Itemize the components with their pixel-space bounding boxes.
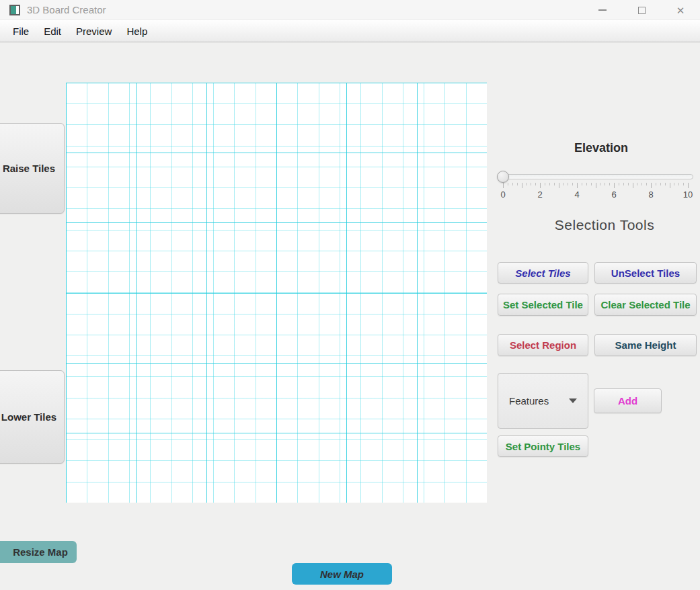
select-region-button[interactable]: Select Region — [498, 334, 588, 356]
menu-bar: File Edit Preview Help — [0, 20, 700, 42]
clear-selected-tile-label: Clear Selected Tile — [600, 299, 690, 310]
unselect-tiles-label: UnSelect Tiles — [611, 267, 680, 279]
menu-edit[interactable]: Edit — [36, 20, 69, 42]
selection-tools-heading: Selection Tools — [500, 217, 700, 233]
elevation-heading: Elevation — [500, 141, 700, 155]
menu-preview[interactable]: Preview — [69, 20, 119, 42]
app-window: 3D Board Creator ✕ File Edit Preview Hel… — [0, 0, 700, 590]
set-pointy-tiles-button[interactable]: Set Pointy Tiles — [498, 435, 588, 457]
slider-major-ticks — [503, 183, 689, 188]
raise-tiles-label: Raise Tiles — [3, 163, 55, 174]
tick-label-10: 10 — [683, 189, 693, 200]
chevron-down-icon — [569, 398, 577, 403]
add-button[interactable]: Add — [594, 388, 662, 413]
tick-label-8: 8 — [648, 189, 653, 200]
elevation-slider[interactable]: 0 2 4 6 8 10 — [498, 170, 693, 201]
clear-selected-tile-button[interactable]: Clear Selected Tile — [594, 294, 697, 316]
same-height-button[interactable]: Same Height — [594, 334, 697, 356]
close-icon: ✕ — [676, 5, 685, 15]
minimize-button[interactable] — [583, 0, 622, 20]
features-dropdown[interactable]: Features — [498, 373, 588, 429]
title-bar: 3D Board Creator ✕ — [0, 0, 700, 20]
tick-label-0: 0 — [500, 189, 505, 200]
slider-track[interactable] — [498, 174, 693, 179]
resize-map-button[interactable]: Resize Map — [0, 541, 77, 563]
raise-tiles-button[interactable]: Raise Tiles — [0, 123, 65, 214]
set-selected-tile-button[interactable]: Set Selected Tile — [498, 294, 588, 316]
select-tiles-button[interactable]: Select Tiles — [498, 262, 588, 284]
tick-label-4: 4 — [574, 189, 579, 200]
window-controls: ✕ — [583, 0, 700, 20]
menu-help[interactable]: Help — [119, 20, 155, 42]
menu-file[interactable]: File — [5, 20, 36, 42]
close-button[interactable]: ✕ — [661, 0, 700, 20]
resize-map-label: Resize Map — [13, 546, 68, 558]
set-selected-tile-label: Set Selected Tile — [503, 299, 583, 310]
features-dropdown-value: Features — [509, 395, 549, 407]
select-region-label: Select Region — [510, 339, 576, 351]
tick-label-2: 2 — [537, 189, 542, 200]
tick-label-6: 6 — [611, 189, 616, 200]
unselect-tiles-button[interactable]: UnSelect Tiles — [594, 262, 697, 284]
board-grid-canvas[interactable] — [66, 83, 487, 503]
set-pointy-tiles-label: Set Pointy Tiles — [506, 441, 580, 452]
add-label: Add — [618, 395, 637, 407]
lower-tiles-button[interactable]: Lower Tiles — [0, 370, 65, 464]
app-icon — [9, 5, 20, 15]
select-tiles-label: Select Tiles — [515, 267, 570, 279]
minimize-icon — [598, 9, 607, 11]
new-map-button[interactable]: New Map — [292, 563, 392, 585]
slider-thumb[interactable] — [497, 171, 509, 183]
maximize-icon — [638, 7, 646, 14]
new-map-label: New Map — [320, 568, 364, 580]
maximize-button[interactable] — [622, 0, 661, 20]
window-title: 3D Board Creator — [27, 4, 106, 15]
lower-tiles-label: Lower Tiles — [1, 411, 56, 423]
same-height-label: Same Height — [615, 339, 676, 351]
